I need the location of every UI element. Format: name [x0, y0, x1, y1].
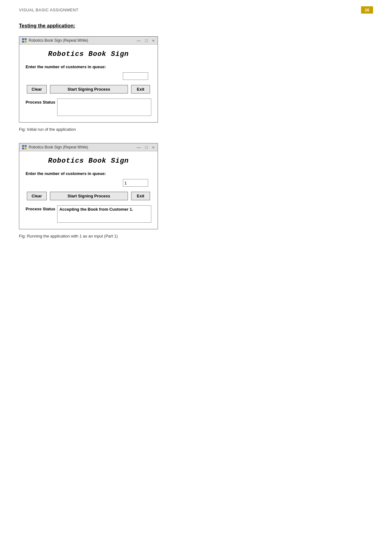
input-row-2: [26, 179, 151, 187]
buttons-row-2: Clear Start Signing Process Exit: [26, 192, 151, 200]
close-btn-2[interactable]: ×: [151, 145, 155, 149]
caption-1: Fig: Initial run of the application: [19, 127, 373, 132]
svg-rect-5: [25, 145, 27, 147]
titlebar-1: Robotics Book Sign (Repeat While) — □ ×: [19, 37, 158, 45]
svg-rect-6: [22, 148, 24, 149]
clear-button-1[interactable]: Clear: [27, 85, 47, 93]
page-header: VISUAL BASIC ASSIGNMENT 16: [19, 6, 373, 14]
window-content-1: Robotics Book Sign Enter the number of c…: [19, 45, 158, 122]
app-icon-1: [22, 38, 27, 43]
minimize-btn-1[interactable]: —: [136, 39, 142, 43]
status-row-2: Process Status Accepting the Book from C…: [26, 205, 151, 223]
caption-2: Fig: Running the application with 1 as a…: [19, 234, 373, 238]
exit-button-1[interactable]: Exit: [131, 85, 150, 93]
status-label-2: Process Status: [26, 205, 55, 211]
status-value-2: Accepting the Book from Customer 1.: [59, 207, 133, 212]
titlebar-title-2: Robotics Book Sign (Repeat While): [29, 145, 88, 149]
queue-input-1[interactable]: [123, 72, 148, 80]
queue-input-2[interactable]: [123, 179, 148, 187]
app-title-1: Robotics Book Sign: [26, 50, 151, 58]
titlebar-title-1: Robotics Book Sign (Repeat While): [29, 38, 88, 43]
titlebar-left-2: Robotics Book Sign (Repeat While): [22, 145, 88, 150]
document-title: VISUAL BASIC ASSIGNMENT: [19, 8, 79, 12]
svg-rect-7: [25, 148, 27, 149]
titlebar-left-1: Robotics Book Sign (Repeat While): [22, 38, 88, 43]
start-button-2[interactable]: Start Signing Process: [50, 192, 128, 200]
status-box-2: Accepting the Book from Customer 1.: [57, 205, 151, 223]
clear-button-2[interactable]: Clear: [27, 192, 47, 200]
app-title-2: Robotics Book Sign: [26, 157, 151, 165]
titlebar-2: Robotics Book Sign (Repeat While) — □ ×: [19, 143, 158, 151]
section-heading: Testing the application:: [19, 23, 373, 29]
start-button-1[interactable]: Start Signing Process: [50, 85, 128, 93]
queue-label-1: Enter the number of customers in queue:: [26, 64, 151, 69]
maximize-btn-1[interactable]: □: [145, 39, 148, 43]
queue-label-2: Enter the number of customers in queue:: [26, 171, 151, 176]
svg-rect-0: [22, 38, 24, 40]
titlebar-controls-1: — □ ×: [136, 39, 155, 43]
close-btn-1[interactable]: ×: [151, 39, 155, 43]
window-2: Robotics Book Sign (Repeat While) — □ × …: [19, 143, 158, 229]
status-box-1: [57, 99, 151, 116]
svg-rect-2: [22, 41, 24, 43]
app-icon-2: [22, 145, 27, 150]
minimize-btn-2[interactable]: —: [136, 145, 142, 149]
status-row-1: Process Status: [26, 99, 151, 116]
page-number: 16: [361, 6, 373, 14]
window-content-2: Robotics Book Sign Enter the number of c…: [19, 151, 158, 229]
exit-button-2[interactable]: Exit: [131, 192, 150, 200]
status-label-1: Process Status: [26, 99, 55, 105]
buttons-row-1: Clear Start Signing Process Exit: [26, 85, 151, 93]
svg-rect-1: [25, 38, 27, 40]
svg-rect-4: [22, 145, 24, 147]
window-1: Robotics Book Sign (Repeat While) — □ × …: [19, 36, 158, 123]
titlebar-controls-2: — □ ×: [136, 145, 155, 149]
input-row-1: [26, 72, 151, 80]
svg-rect-3: [25, 41, 27, 43]
maximize-btn-2[interactable]: □: [145, 145, 148, 149]
